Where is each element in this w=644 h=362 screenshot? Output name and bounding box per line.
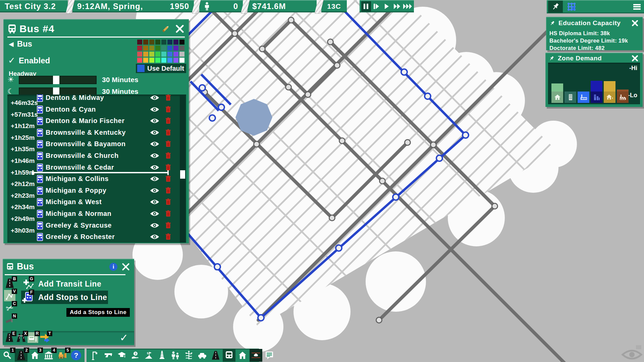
color-swatch[interactable]	[179, 58, 184, 63]
eye-icon[interactable]	[150, 188, 159, 193]
menu-button[interactable]	[633, 3, 641, 10]
add-transit-line-button[interactable]: G Add Transit Line	[22, 278, 101, 290]
stop-row[interactable]: Denton & Midway +46m32s	[7, 95, 186, 104]
eye-icon[interactable]	[150, 176, 159, 182]
select-mode-button[interactable]: V	[4, 290, 15, 301]
use-default-color-button[interactable]: Use Default	[136, 64, 186, 73]
eye-icon[interactable]	[150, 107, 159, 112]
eye-icon[interactable]	[150, 141, 159, 147]
roads-view-button[interactable]	[209, 349, 222, 362]
close-button[interactable]	[175, 24, 184, 33]
day-headway-slider[interactable]	[19, 76, 97, 84]
eye-icon[interactable]	[150, 234, 159, 240]
trash-icon[interactable]	[166, 164, 171, 171]
color-swatch[interactable]	[149, 58, 154, 63]
color-swatch[interactable]	[137, 46, 142, 51]
scrollbar-track[interactable]	[180, 95, 185, 243]
traffic-view-button[interactable]	[250, 349, 262, 362]
road-tool-button[interactable]: 2	[15, 349, 28, 362]
help-button[interactable]: ?	[70, 349, 83, 362]
zone-industry[interactable]	[617, 89, 629, 103]
add-stops-to-line-button[interactable]: F Add Stops to Line	[22, 292, 107, 303]
color-swatch[interactable]	[167, 46, 172, 51]
news-button[interactable]	[263, 349, 276, 362]
trash-icon[interactable]	[166, 187, 171, 194]
trash-icon[interactable]	[166, 152, 171, 159]
trash-icon[interactable]	[166, 175, 171, 182]
rename-pencil-icon[interactable]	[161, 24, 171, 34]
street-lamp-button[interactable]	[89, 349, 101, 362]
eye-icon[interactable]	[150, 223, 159, 228]
color-swatch[interactable]	[143, 52, 148, 57]
fast-forward-button[interactable]	[392, 1, 402, 11]
transit-view-button[interactable]	[223, 349, 235, 362]
trash-icon[interactable]	[166, 210, 171, 217]
zone-residential[interactable]	[551, 83, 563, 103]
expand-road-button[interactable]: E	[4, 332, 15, 343]
graphs-button[interactable]	[564, 1, 579, 13]
eye-icon[interactable]	[150, 199, 159, 205]
bulldozer-tool-button[interactable]: 5	[56, 349, 69, 362]
color-swatch[interactable]	[137, 40, 142, 45]
slider-handle[interactable]	[53, 76, 59, 84]
recreation-button[interactable]: 5	[142, 349, 155, 362]
enabled-checkbox[interactable]: ✓ Enabled	[8, 55, 50, 66]
color-swatch[interactable]	[179, 52, 184, 57]
back-to-bus-button[interactable]: ◀ Bus	[9, 39, 32, 49]
no-road-mode-button[interactable]: N	[4, 315, 15, 326]
color-swatch[interactable]	[173, 46, 178, 51]
cut-mode-button[interactable]: ✂ C	[4, 302, 15, 314]
trash-icon[interactable]	[166, 222, 171, 229]
amenity-tool-button[interactable]: 4	[42, 349, 55, 362]
trash-icon[interactable]	[166, 117, 171, 124]
trash-icon[interactable]	[166, 233, 171, 240]
monument-button[interactable]	[156, 349, 168, 362]
zone-retail[interactable]	[578, 92, 589, 103]
color-swatch[interactable]	[155, 58, 160, 63]
close-button[interactable]	[631, 54, 639, 63]
color-swatch[interactable]	[173, 40, 178, 45]
info-button[interactable]: i	[109, 263, 117, 271]
transit-routes-button[interactable]: T	[39, 332, 51, 343]
color-swatch[interactable]	[167, 58, 172, 63]
road-mode-button[interactable]: B	[4, 278, 15, 289]
color-swatch[interactable]	[167, 52, 172, 57]
color-swatch[interactable]	[149, 46, 154, 51]
services-button[interactable]: 3	[129, 349, 142, 362]
trash-icon[interactable]	[166, 198, 171, 205]
color-swatch[interactable]	[155, 40, 160, 45]
color-swatch[interactable]	[173, 52, 178, 57]
eye-icon[interactable]	[150, 153, 159, 159]
query-tool-button[interactable]: 1	[1, 349, 14, 362]
police-button[interactable]	[102, 349, 115, 362]
scrollbar-handle[interactable]	[180, 170, 185, 179]
zone-farm[interactable]	[604, 81, 615, 103]
color-swatch[interactable]	[179, 46, 184, 51]
color-swatch[interactable]	[161, 40, 166, 45]
color-swatch[interactable]	[155, 52, 160, 57]
color-swatch[interactable]	[179, 40, 184, 45]
play-button[interactable]	[382, 1, 392, 11]
eye-icon[interactable]	[150, 95, 159, 101]
close-button[interactable]	[121, 262, 130, 271]
home-button[interactable]	[236, 349, 249, 362]
color-swatch[interactable]	[137, 58, 142, 63]
trash-icon[interactable]	[166, 140, 171, 147]
color-swatch[interactable]	[167, 40, 172, 45]
welfare-button[interactable]	[169, 349, 182, 362]
close-button[interactable]	[631, 19, 639, 27]
bus-stop-tool-button[interactable]: R	[28, 332, 38, 343]
highway-button[interactable]: X	[16, 332, 26, 343]
color-swatch[interactable]	[137, 52, 142, 57]
color-swatch[interactable]	[143, 58, 148, 63]
eye-icon[interactable]	[150, 118, 159, 124]
color-swatch[interactable]	[161, 58, 166, 63]
color-swatch[interactable]	[149, 40, 154, 45]
color-swatch[interactable]	[143, 40, 148, 45]
zone-office[interactable]	[591, 81, 602, 103]
color-swatch[interactable]	[161, 46, 166, 51]
zone-mixed-use[interactable]	[565, 92, 576, 103]
vehicles-button[interactable]	[196, 349, 209, 362]
trash-icon[interactable]	[166, 106, 171, 113]
confirm-check-icon[interactable]: ✓	[120, 332, 128, 344]
